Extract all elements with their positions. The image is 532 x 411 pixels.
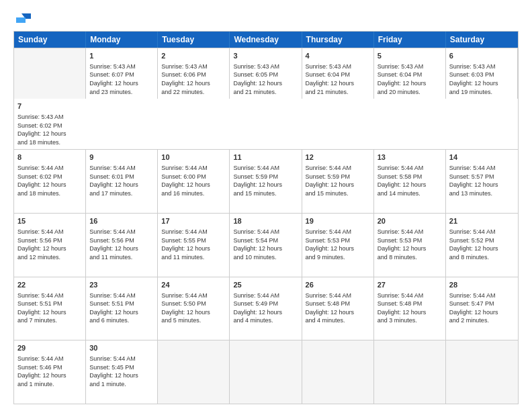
day-info-29: Sunrise: 5:44 AM Sunset: 5:46 PM Dayligh…: [17, 355, 82, 388]
day-info-11: Sunrise: 5:44 AM Sunset: 5:59 PM Dayligh…: [233, 164, 298, 197]
day-20: 20Sunrise: 5:44 AM Sunset: 5:53 PM Dayli…: [374, 214, 446, 277]
day-number-9: 9: [89, 152, 154, 163]
logo-text: [13, 12, 32, 24]
day-number-28: 28: [449, 280, 515, 290]
calendar: Sunday Monday Tuesday Wednesday Thursday…: [13, 31, 519, 404]
day-info-21: Sunrise: 5:44 AM Sunset: 5:52 PM Dayligh…: [449, 228, 515, 261]
day-15: 15Sunrise: 5:44 AM Sunset: 5:56 PM Dayli…: [14, 214, 86, 277]
day-number-30: 30: [89, 343, 154, 353]
day-6: 6Sunrise: 5:43 AM Sunset: 6:03 PM Daylig…: [446, 48, 518, 99]
day-12: 12Sunrise: 5:44 AM Sunset: 5:59 PM Dayli…: [302, 150, 374, 213]
day-number-15: 15: [17, 216, 82, 226]
day-info-23: Sunrise: 5:44 AM Sunset: 5:51 PM Dayligh…: [89, 291, 154, 325]
day-23: 23Sunrise: 5:44 AM Sunset: 5:51 PM Dayli…: [86, 277, 158, 340]
day-number-20: 20: [378, 216, 442, 226]
day-number-22: 22: [17, 280, 82, 290]
day-number-16: 16: [89, 216, 154, 226]
day-number-27: 27: [378, 280, 442, 290]
day-number-18: 18: [233, 216, 298, 226]
day-1: 1Sunrise: 5:43 AM Sunset: 6:07 PM Daylig…: [86, 48, 158, 99]
calendar-row-3: 22Sunrise: 5:44 AM Sunset: 5:51 PM Dayli…: [14, 277, 518, 340]
day-info-7: Sunrise: 5:43 AM Sunset: 6:02 PM Dayligh…: [17, 113, 83, 146]
day-number-1: 1: [89, 51, 154, 61]
header-monday: Monday: [86, 32, 158, 48]
day-29: 29Sunrise: 5:44 AM Sunset: 5:46 PM Dayli…: [14, 340, 86, 404]
day-number-24: 24: [161, 280, 226, 290]
header-tuesday: Tuesday: [158, 32, 230, 48]
day-info-26: Sunrise: 5:44 AM Sunset: 5:48 PM Dayligh…: [306, 291, 370, 325]
calendar-row-1: 8Sunrise: 5:44 AM Sunset: 6:02 PM Daylig…: [14, 149, 518, 213]
calendar-body: 1Sunrise: 5:43 AM Sunset: 6:07 PM Daylig…: [14, 48, 518, 404]
day-number-8: 8: [17, 152, 82, 163]
day-info-17: Sunrise: 5:44 AM Sunset: 5:55 PM Dayligh…: [161, 228, 226, 261]
empty-cell-4-5: [374, 340, 446, 404]
day-9: 9Sunrise: 5:44 AM Sunset: 6:01 PM Daylig…: [86, 150, 158, 213]
logo-icon: [16, 12, 31, 24]
day-number-14: 14: [449, 152, 515, 163]
header: [13, 12, 519, 24]
day-info-4: Sunrise: 5:43 AM Sunset: 6:04 PM Dayligh…: [306, 62, 370, 96]
day-info-10: Sunrise: 5:44 AM Sunset: 6:00 PM Dayligh…: [161, 164, 226, 197]
day-number-12: 12: [306, 152, 370, 163]
day-info-13: Sunrise: 5:44 AM Sunset: 5:58 PM Dayligh…: [378, 164, 442, 197]
day-24: 24Sunrise: 5:44 AM Sunset: 5:50 PM Dayli…: [158, 277, 230, 340]
logo: [13, 12, 32, 24]
day-number-4: 4: [306, 51, 370, 61]
day-info-22: Sunrise: 5:44 AM Sunset: 5:51 PM Dayligh…: [17, 291, 82, 325]
day-number-19: 19: [306, 216, 370, 226]
day-30: 30Sunrise: 5:44 AM Sunset: 5:45 PM Dayli…: [86, 340, 158, 404]
day-info-1: Sunrise: 5:43 AM Sunset: 6:07 PM Dayligh…: [89, 62, 154, 96]
day-number-11: 11: [233, 152, 298, 163]
calendar-row-0: 1Sunrise: 5:43 AM Sunset: 6:07 PM Daylig…: [14, 48, 518, 149]
day-info-18: Sunrise: 5:44 AM Sunset: 5:54 PM Dayligh…: [233, 228, 298, 261]
calendar-row-4: 29Sunrise: 5:44 AM Sunset: 5:46 PM Dayli…: [14, 340, 518, 404]
header-sunday: Sunday: [14, 32, 86, 48]
day-info-20: Sunrise: 5:44 AM Sunset: 5:53 PM Dayligh…: [378, 228, 442, 261]
day-26: 26Sunrise: 5:44 AM Sunset: 5:48 PM Dayli…: [302, 277, 374, 340]
day-info-24: Sunrise: 5:44 AM Sunset: 5:50 PM Dayligh…: [161, 291, 226, 325]
empty-cell-4-6: [446, 340, 518, 404]
day-28: 28Sunrise: 5:44 AM Sunset: 5:47 PM Dayli…: [446, 277, 518, 340]
day-19: 19Sunrise: 5:44 AM Sunset: 5:53 PM Dayli…: [302, 214, 374, 277]
day-4: 4Sunrise: 5:43 AM Sunset: 6:04 PM Daylig…: [302, 48, 374, 99]
day-22: 22Sunrise: 5:44 AM Sunset: 5:51 PM Dayli…: [14, 277, 86, 340]
calendar-header: Sunday Monday Tuesday Wednesday Thursday…: [14, 32, 518, 48]
header-wednesday: Wednesday: [230, 32, 302, 48]
day-info-30: Sunrise: 5:44 AM Sunset: 5:45 PM Dayligh…: [89, 355, 154, 388]
day-info-9: Sunrise: 5:44 AM Sunset: 6:01 PM Dayligh…: [89, 164, 154, 197]
day-info-8: Sunrise: 5:44 AM Sunset: 6:02 PM Dayligh…: [17, 164, 82, 197]
day-10: 10Sunrise: 5:44 AM Sunset: 6:00 PM Dayli…: [158, 150, 230, 213]
day-info-3: Sunrise: 5:43 AM Sunset: 6:05 PM Dayligh…: [233, 62, 298, 96]
day-info-28: Sunrise: 5:44 AM Sunset: 5:47 PM Dayligh…: [449, 291, 515, 325]
day-27: 27Sunrise: 5:44 AM Sunset: 5:48 PM Dayli…: [374, 277, 446, 340]
day-info-5: Sunrise: 5:43 AM Sunset: 6:04 PM Dayligh…: [378, 62, 442, 96]
day-number-2: 2: [161, 51, 226, 61]
day-info-12: Sunrise: 5:44 AM Sunset: 5:59 PM Dayligh…: [306, 164, 370, 197]
empty-cell-4-2: [158, 340, 230, 404]
header-saturday: Saturday: [446, 32, 518, 48]
day-info-6: Sunrise: 5:43 AM Sunset: 6:03 PM Dayligh…: [449, 62, 514, 96]
day-info-15: Sunrise: 5:44 AM Sunset: 5:56 PM Dayligh…: [17, 228, 82, 261]
day-number-10: 10: [161, 152, 226, 163]
day-info-27: Sunrise: 5:44 AM Sunset: 5:48 PM Dayligh…: [378, 291, 442, 325]
day-number-3: 3: [233, 51, 298, 61]
empty-cell-4-4: [302, 340, 374, 404]
day-17: 17Sunrise: 5:44 AM Sunset: 5:55 PM Dayli…: [158, 214, 230, 277]
day-5: 5Sunrise: 5:43 AM Sunset: 6:04 PM Daylig…: [374, 48, 446, 99]
day-3: 3Sunrise: 5:43 AM Sunset: 6:05 PM Daylig…: [230, 48, 302, 99]
day-21: 21Sunrise: 5:44 AM Sunset: 5:52 PM Dayli…: [446, 214, 518, 277]
day-number-29: 29: [17, 343, 82, 353]
day-info-14: Sunrise: 5:44 AM Sunset: 5:57 PM Dayligh…: [449, 164, 515, 197]
day-number-23: 23: [89, 280, 154, 290]
day-number-25: 25: [233, 280, 298, 290]
day-info-2: Sunrise: 5:43 AM Sunset: 6:06 PM Dayligh…: [161, 62, 226, 96]
svg-marker-1: [16, 17, 26, 23]
day-number-17: 17: [161, 216, 226, 226]
day-number-6: 6: [449, 51, 514, 61]
day-2: 2Sunrise: 5:43 AM Sunset: 6:06 PM Daylig…: [158, 48, 230, 99]
day-14: 14Sunrise: 5:44 AM Sunset: 5:57 PM Dayli…: [446, 150, 518, 213]
day-number-7: 7: [17, 101, 83, 111]
empty-cell-4-3: [230, 340, 302, 404]
day-number-5: 5: [378, 51, 442, 61]
header-friday: Friday: [374, 32, 446, 48]
